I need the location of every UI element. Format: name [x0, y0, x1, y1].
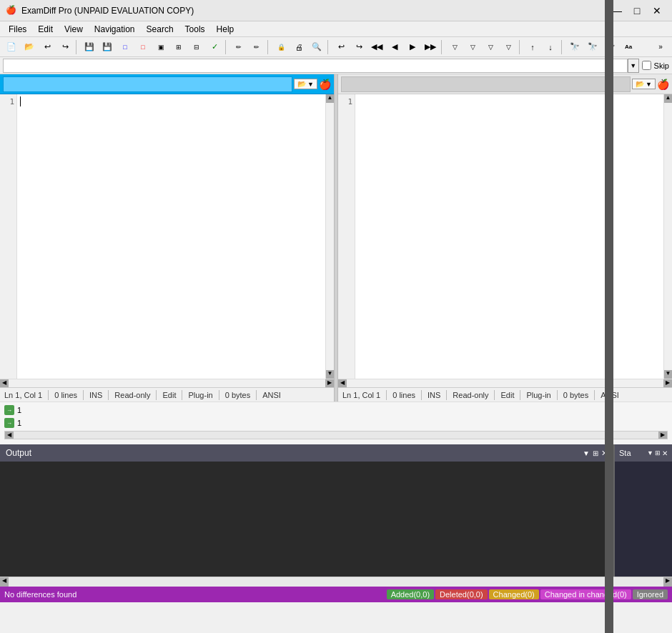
right-position: Ln 1, Col 1 — [342, 391, 380, 399]
output-dropdown-icon[interactable]: ▼ — [583, 449, 590, 457]
right-size: 0 bytes — [563, 391, 588, 399]
right-open-button[interactable]: 📂▼ — [632, 79, 656, 89]
right-editor-panel: 📂▼ 🍎 1 ▲ ▼ ◀ ▶ Ln 1, Col 1 0 lines — [338, 74, 672, 402]
badge-added[interactable]: Added(0,0) — [387, 589, 434, 599]
window-controls: — □ ✕ — [608, 3, 666, 19]
menu-edit[interactable]: Edit — [32, 21, 59, 37]
side-panel-header: Sta ▼ ⊞ ✕ — [615, 444, 672, 462]
right-hscroll-right[interactable]: ▶ — [663, 379, 672, 387]
back-button[interactable]: ↩ — [39, 39, 56, 56]
left-plugin: Edit — [162, 391, 176, 399]
forward-button[interactable]: ↪ — [56, 39, 74, 56]
search-input[interactable] — [3, 59, 628, 73]
menu-search[interactable]: Search — [141, 21, 179, 37]
side-close-icon[interactable]: ✕ — [662, 449, 668, 457]
check-button[interactable]: ✓ — [206, 39, 223, 56]
diff-right-button[interactable]: □ — [134, 39, 152, 56]
skip-checkbox[interactable] — [642, 61, 651, 70]
left-sep3 — [108, 390, 109, 400]
left-plugin2: Plug-in — [188, 391, 212, 399]
nav-next-button[interactable]: ▶ — [404, 39, 421, 56]
nav-first-button[interactable]: ◀◀ — [368, 39, 385, 56]
filter3-button[interactable]: ▽ — [482, 39, 499, 56]
right-hscroll-left[interactable]: ◀ — [338, 379, 347, 387]
filter1-button[interactable]: ▽ — [446, 39, 463, 56]
left-sep5 — [182, 390, 182, 400]
col-button[interactable]: ⊟ — [188, 39, 205, 56]
diff-left-button[interactable]: □ — [117, 39, 134, 56]
diff-both-button[interactable]: ▣ — [152, 39, 169, 56]
out-scroll-left[interactable]: ◀ — [0, 577, 9, 587]
left-scrollbar-v[interactable]: ▲ ▼ — [325, 94, 334, 379]
sync-row-2: → 1 — [4, 417, 668, 429]
right-text-area[interactable] — [355, 94, 663, 379]
undo-button[interactable]: ↩ — [332, 39, 350, 56]
right-scroll-down[interactable]: ▼ — [664, 370, 672, 379]
sync-scrollbar-h[interactable]: ◀ ▶ — [4, 431, 668, 439]
right-file-path[interactable] — [341, 76, 631, 92]
out-scroll-track[interactable] — [9, 577, 663, 587]
output-scrollbar[interactable] — [605, 0, 613, 633]
side-pin-icon[interactable]: ⊞ — [655, 449, 661, 457]
edit-left-button[interactable]: ✏ — [230, 39, 247, 56]
left-open-button[interactable]: 📂▼ — [294, 79, 317, 89]
left-hscroll-track[interactable] — [9, 379, 325, 387]
filter4-button[interactable]: ▽ — [500, 39, 517, 56]
left-scrollbar-h[interactable]: ◀ ▶ — [0, 379, 334, 387]
find1-button[interactable]: 🔭 — [566, 39, 583, 56]
output-pin-icon[interactable]: ⊞ — [593, 449, 598, 457]
nav-prev-button[interactable]: ◀ — [386, 39, 403, 56]
split-button[interactable]: ⊞ — [170, 39, 187, 56]
badge-ignored[interactable]: Ignored — [633, 589, 668, 599]
menu-help[interactable]: Help — [211, 21, 240, 37]
filter2-button[interactable]: ▽ — [464, 39, 481, 56]
left-hscroll-right[interactable]: ▶ — [325, 379, 334, 387]
search-dropdown-button[interactable]: ▼ — [628, 59, 639, 73]
sync-scroll-track[interactable] — [14, 432, 658, 439]
right-hscroll-track[interactable] — [347, 379, 663, 387]
right-scrollbar-v[interactable]: ▲ ▼ — [663, 94, 672, 379]
right-editor-content: 1 ▲ ▼ — [338, 94, 672, 379]
scroll-up-button[interactable]: ↑ — [524, 39, 541, 56]
edit-right-button[interactable]: ✏ — [248, 39, 265, 56]
badge-changed-in[interactable]: Changed in changed(0) — [540, 589, 631, 599]
abc-button[interactable]: Aa — [620, 39, 637, 56]
redo-button[interactable]: ↪ — [350, 39, 367, 56]
maximize-button[interactable]: □ — [628, 3, 646, 19]
left-hscroll-left[interactable]: ◀ — [0, 379, 9, 387]
print-button[interactable]: 🖨 — [290, 39, 307, 56]
left-scroll-down[interactable]: ▼ — [326, 370, 334, 379]
more-button[interactable]: » — [652, 39, 669, 56]
left-mode: INS — [89, 391, 102, 399]
find2-button[interactable]: 🔭 — [584, 39, 601, 56]
sync-text-1: 1 — [17, 406, 21, 414]
lock-button[interactable]: 🔒 — [272, 39, 290, 56]
side-dropdown-icon[interactable]: ▼ — [647, 449, 653, 457]
right-scrollbar-h[interactable]: ◀ ▶ — [338, 379, 672, 387]
toolbar-sep-4 — [327, 40, 330, 54]
badge-deleted[interactable]: Deleted(0,0) — [435, 589, 488, 599]
nav-last-button[interactable]: ▶▶ — [422, 39, 439, 56]
menu-navigation[interactable]: Navigation — [89, 21, 141, 37]
left-text-area[interactable] — [17, 94, 325, 379]
sync-scroll-right[interactable]: ▶ — [658, 432, 667, 439]
output-bottom-scroll[interactable]: ◀ ▶ — [0, 577, 672, 587]
sync-scroll-left[interactable]: ◀ — [5, 432, 14, 439]
scroll-down-button[interactable]: ↓ — [542, 39, 559, 56]
right-scroll-track[interactable] — [664, 103, 672, 370]
save-as-button[interactable]: 💾 — [99, 39, 116, 56]
new-button[interactable]: 📄 — [3, 39, 20, 56]
left-scroll-up[interactable]: ▲ — [326, 94, 334, 103]
close-button[interactable]: ✕ — [648, 3, 666, 19]
left-scroll-track[interactable] — [326, 103, 334, 370]
menu-view[interactable]: View — [59, 21, 89, 37]
out-scroll-right[interactable]: ▶ — [663, 577, 672, 587]
save-button[interactable]: 💾 — [81, 39, 98, 56]
menu-tools[interactable]: Tools — [179, 21, 211, 37]
open-button[interactable]: 📂 — [21, 39, 38, 56]
menu-files[interactable]: Files — [3, 21, 32, 37]
right-scroll-up[interactable]: ▲ — [664, 94, 672, 103]
zoom-button[interactable]: 🔍 — [308, 39, 325, 56]
left-file-path[interactable] — [3, 76, 292, 92]
badge-changed[interactable]: Changed(0) — [489, 589, 539, 599]
